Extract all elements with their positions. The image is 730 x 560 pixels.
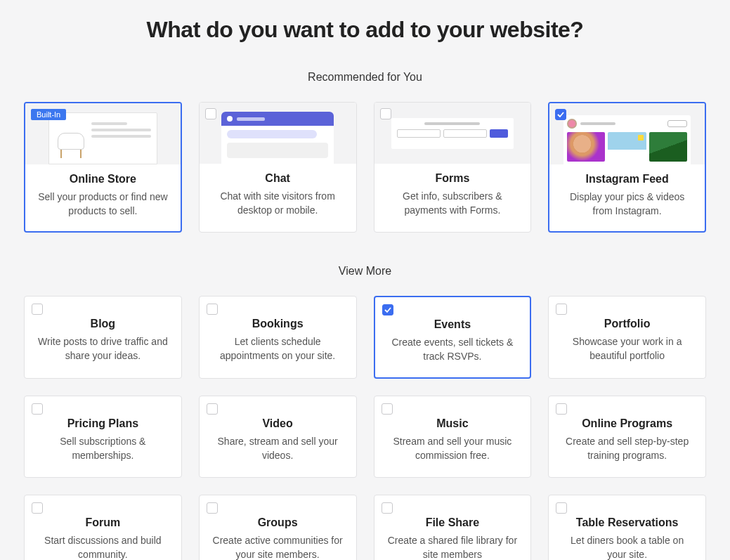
card-title: Instagram Feed: [559, 173, 695, 185]
card-checkbox[interactable]: [382, 403, 393, 415]
card-chat[interactable]: Chat Chat with site visitors from deskto…: [199, 102, 357, 233]
card-desc: Start discussions and build community.: [37, 533, 169, 560]
card-thumbnail: [549, 103, 705, 164]
card-checkbox[interactable]: [32, 304, 43, 315]
built-in-badge: Built-In: [31, 109, 66, 120]
card-checkbox[interactable]: [556, 502, 567, 514]
card-title: Video: [212, 417, 344, 430]
card-title: Music: [387, 417, 519, 430]
card-title: Pricing Plans: [37, 417, 169, 430]
card-title: Blog: [37, 318, 169, 330]
card-desc: Stream and sell your music commission fr…: [387, 434, 519, 463]
card-desc: Create and sell step-by-step training pr…: [561, 434, 693, 463]
card-blog[interactable]: BlogWrite posts to drive traffic and sha…: [24, 296, 182, 379]
card-portfolio[interactable]: PortfolioShowcase your work in a beautif…: [548, 296, 706, 379]
card-forms[interactable]: Forms Get info, subscribers & payments w…: [374, 102, 532, 233]
card-checkbox[interactable]: [205, 108, 216, 119]
card-desc: Write posts to drive traffic and share y…: [37, 334, 169, 363]
card-checkbox[interactable]: [32, 502, 43, 514]
card-title: Chat: [209, 172, 346, 185]
card-title: Events: [388, 318, 518, 331]
card-desc: Display your pics & videos from Instagra…: [559, 190, 695, 219]
card-table-reservations[interactable]: Table ReservationsLet diners book a tabl…: [548, 495, 706, 560]
card-desc: Create active communities for your site …: [212, 533, 344, 560]
card-thumbnail: [200, 103, 356, 164]
card-title: Forum: [37, 516, 169, 529]
card-desc: Sell subscriptions & memberships.: [37, 434, 169, 463]
card-instagram-feed[interactable]: Instagram Feed Display your pics & video…: [548, 102, 706, 233]
card-desc: Let diners book a table on your site.: [561, 533, 693, 560]
card-thumbnail: Built-In: [25, 103, 181, 164]
card-groups[interactable]: GroupsCreate active communities for your…: [199, 495, 357, 560]
card-bookings[interactable]: BookingsLet clients schedule appointment…: [199, 296, 357, 379]
view-more-grid: BlogWrite posts to drive traffic and sha…: [24, 296, 706, 560]
recommended-grid: Built-In Online Store Sell your products…: [24, 102, 706, 233]
view-more-label: View More: [24, 265, 706, 278]
card-checkbox[interactable]: [207, 304, 218, 315]
card-title: Forms: [384, 172, 521, 185]
card-online-store[interactable]: Built-In Online Store Sell your products…: [24, 102, 182, 233]
card-thumbnail: [374, 103, 531, 164]
card-desc: Showcase your work in a beautiful portfo…: [561, 334, 693, 363]
card-title: Table Reservations: [561, 516, 693, 529]
card-checkbox[interactable]: [555, 109, 566, 120]
card-desc: Create events, sell tickets & track RSVP…: [388, 335, 518, 364]
card-music[interactable]: MusicStream and sell your music commissi…: [374, 396, 532, 478]
card-checkbox[interactable]: [207, 502, 218, 514]
card-title: Portfolio: [561, 318, 693, 330]
card-desc: Create a shared file library for site me…: [387, 533, 519, 560]
card-title: File Share: [387, 516, 519, 529]
page-title: What do you want to add to your website?: [24, 17, 706, 43]
card-desc: Sell your products or find new products …: [35, 190, 171, 219]
card-checkbox[interactable]: [556, 403, 567, 415]
card-online-programs[interactable]: Online ProgramsCreate and sell step-by-s…: [548, 396, 706, 478]
card-title: Bookings: [212, 318, 344, 330]
card-checkbox[interactable]: [207, 403, 218, 415]
card-desc: Share, stream and sell your videos.: [212, 434, 344, 463]
card-file-share[interactable]: File ShareCreate a shared file library f…: [374, 495, 532, 560]
card-checkbox[interactable]: [382, 304, 393, 315]
card-forum[interactable]: ForumStart discussions and build communi…: [24, 495, 182, 560]
card-desc: Chat with site visitors from desktop or …: [209, 189, 346, 218]
card-video[interactable]: VideoShare, stream and sell your videos.: [199, 396, 357, 478]
recommended-label: Recommended for You: [24, 71, 706, 84]
card-checkbox[interactable]: [556, 304, 567, 315]
card-pricing-plans[interactable]: Pricing PlansSell subscriptions & member…: [24, 396, 182, 478]
card-desc: Get info, subscribers & payments with Fo…: [384, 189, 521, 218]
card-title: Online Programs: [561, 417, 693, 430]
card-checkbox[interactable]: [380, 108, 391, 119]
card-events[interactable]: EventsCreate events, sell tickets & trac…: [374, 296, 532, 379]
card-checkbox[interactable]: [32, 403, 43, 415]
card-title: Groups: [212, 516, 344, 529]
card-desc: Let clients schedule appointments on you…: [212, 334, 344, 363]
card-title: Online Store: [35, 173, 171, 185]
card-checkbox[interactable]: [382, 502, 393, 514]
